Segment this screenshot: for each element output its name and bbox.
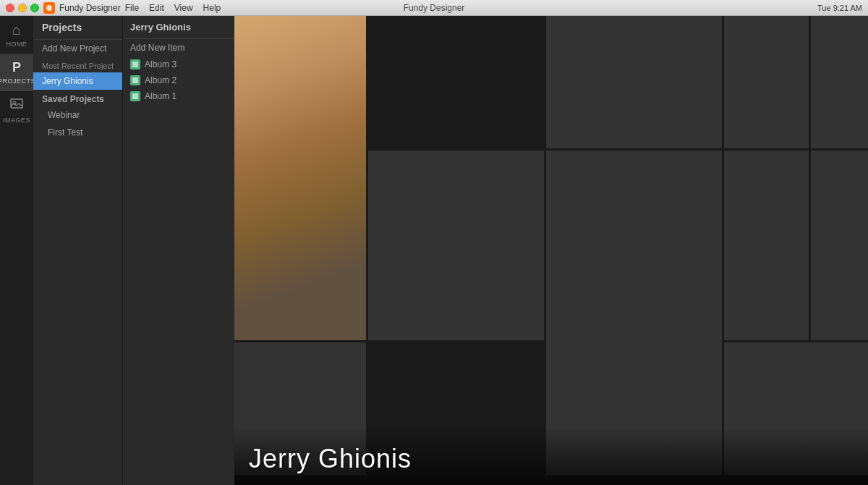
- album-2[interactable]: Album 2: [123, 72, 234, 88]
- svg-point-82: [770, 342, 849, 435]
- detail-panel: Jerry Ghionis Add New Item Album 3 Album…: [122, 16, 234, 485]
- saved-project-firsttest[interactable]: First Test: [33, 124, 122, 141]
- sidebar-item-images[interactable]: IMAGES: [0, 91, 33, 129]
- photo-cell-5[interactable]: [811, 16, 868, 148]
- svg-point-32: [744, 37, 788, 92]
- svg-point-8: [271, 39, 329, 111]
- project-name: Jerry Ghionis: [249, 444, 412, 474]
- svg-rect-17: [441, 48, 473, 148]
- svg-point-10: [305, 64, 314, 76]
- main-container: ⌂ HOME P PROJECTS IMAGES Project: [0, 16, 868, 485]
- svg-rect-24: [546, 16, 722, 148]
- svg-rect-52: [724, 151, 809, 340]
- add-new-project[interactable]: Add New Project: [33, 40, 122, 57]
- album-2-label: Album 2: [145, 75, 176, 85]
- menu-bar: File Edit View Help: [125, 3, 221, 13]
- svg-rect-23: [546, 16, 722, 148]
- svg-point-28: [639, 50, 650, 63]
- svg-rect-4: [132, 77, 138, 83]
- svg-point-55: [754, 195, 762, 207]
- svg-rect-62: [811, 151, 868, 340]
- images-label: IMAGES: [3, 117, 30, 124]
- window-title: Fundy Designer: [404, 3, 465, 13]
- svg-point-60: [735, 281, 757, 303]
- projects-icon: P: [12, 60, 21, 75]
- projects-title: Projects: [33, 16, 122, 40]
- svg-point-56: [770, 195, 778, 207]
- svg-point-33: [754, 56, 762, 66]
- svg-rect-13: [375, 56, 401, 148]
- menu-edit[interactable]: Edit: [149, 3, 164, 13]
- svg-rect-3: [132, 62, 138, 67]
- album-3-label: Album 3: [145, 59, 176, 69]
- sidebar-item-projects[interactable]: P PROJECTS: [0, 54, 33, 91]
- svg-point-22: [509, 40, 535, 69]
- album-1-label: Album 1: [145, 91, 176, 101]
- svg-point-50: [612, 215, 625, 231]
- sidebar-item-home[interactable]: ⌂ HOME: [0, 16, 33, 54]
- svg-point-7: [264, 30, 336, 117]
- minimize-button[interactable]: [18, 4, 27, 12]
- svg-point-76: [327, 364, 359, 405]
- svg-rect-46: [546, 151, 722, 475]
- saved-projects-header: Saved Projects: [33, 90, 122, 106]
- album-1[interactable]: Album 1: [123, 88, 234, 104]
- svg-point-0: [46, 5, 52, 11]
- detail-title: Jerry Ghionis: [123, 16, 234, 39]
- svg-rect-35: [811, 16, 868, 148]
- project-name-overlay: Jerry Ghionis: [234, 427, 868, 485]
- add-new-item[interactable]: Add New Item: [123, 39, 234, 56]
- menu-file[interactable]: File: [125, 3, 139, 13]
- saved-project-webinar[interactable]: Webinar: [33, 106, 122, 124]
- menu-view[interactable]: View: [174, 3, 193, 13]
- active-project-item[interactable]: Jerry Ghionis: [33, 72, 122, 90]
- svg-point-42: [409, 159, 503, 272]
- svg-rect-19: [477, 56, 504, 148]
- svg-point-83: [778, 347, 841, 427]
- svg-point-61: [777, 281, 799, 303]
- svg-point-75: [296, 358, 332, 402]
- svg-point-59: [766, 268, 792, 294]
- svg-point-29: [594, 16, 673, 54]
- photo-grid: Jerry Ghionis: [234, 16, 868, 485]
- home-label: HOME: [7, 41, 27, 48]
- time-display: Tue 9:21 AM: [817, 4, 862, 12]
- svg-point-49: [593, 182, 674, 281]
- photo-cell-3[interactable]: [546, 16, 722, 148]
- svg-point-9: [286, 64, 295, 76]
- close-button[interactable]: [6, 4, 14, 12]
- svg-point-25: [594, 16, 673, 106]
- photo-cell-2[interactable]: [368, 16, 544, 148]
- projects-label: PROJECTS: [0, 77, 35, 85]
- svg-point-26: [603, 23, 665, 98]
- svg-point-53: [736, 167, 796, 242]
- sidebar: ⌂ HOME P PROJECTS IMAGES Project: [0, 16, 122, 485]
- album-2-icon: [130, 75, 140, 85]
- traffic-lights: [6, 4, 39, 12]
- svg-point-64: [830, 177, 868, 235]
- photo-cell-4[interactable]: [724, 16, 809, 148]
- images-icon: [9, 96, 24, 114]
- svg-point-65: [850, 265, 856, 271]
- svg-point-73: [240, 366, 272, 406]
- svg-point-85: [814, 375, 825, 388]
- album-3[interactable]: Album 3: [123, 56, 234, 72]
- menu-help[interactable]: Help: [203, 3, 221, 13]
- svg-point-27: [618, 50, 628, 63]
- svg-rect-12: [368, 59, 544, 148]
- svg-rect-41: [368, 223, 544, 340]
- photo-cell-6[interactable]: [368, 151, 544, 340]
- svg-rect-21: [508, 59, 537, 148]
- photo-cell-1[interactable]: [234, 16, 366, 340]
- app-icon: [43, 2, 55, 14]
- svg-point-74: [268, 360, 302, 404]
- svg-rect-11: [368, 16, 544, 148]
- photo-cell-7[interactable]: [546, 151, 722, 475]
- svg-point-48: [583, 169, 684, 292]
- maximize-button[interactable]: [30, 4, 39, 12]
- photo-cell-8[interactable]: [724, 151, 809, 340]
- album-1-icon: [130, 91, 140, 101]
- photo-cell-9[interactable]: [811, 151, 868, 340]
- home-icon: ⌂: [12, 22, 21, 38]
- svg-point-20: [477, 35, 503, 66]
